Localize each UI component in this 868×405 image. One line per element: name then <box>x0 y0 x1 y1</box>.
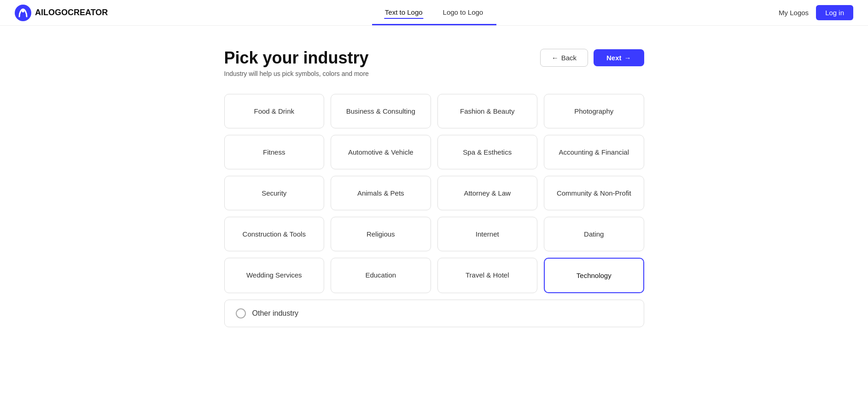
nav-logo-to-logo[interactable]: Logo to Logo <box>442 6 484 19</box>
navbar: AILOGOCREATOR Text to Logo Logo to Logo … <box>0 0 868 26</box>
industry-card-wedding-services[interactable]: Wedding Services <box>224 258 325 293</box>
nav-text-to-logo[interactable]: Text to Logo <box>384 6 424 19</box>
industry-card-spa-esthetics[interactable]: Spa & Esthetics <box>437 135 538 169</box>
other-industry-label: Other industry <box>252 309 298 318</box>
industry-card-security[interactable]: Security <box>224 176 325 210</box>
industry-card-food-drink[interactable]: Food & Drink <box>224 94 325 128</box>
industry-card-travel-hotel[interactable]: Travel & Hotel <box>437 258 538 293</box>
nav-center: Text to Logo Logo to Logo <box>384 6 484 19</box>
svg-point-1 <box>22 10 24 12</box>
industry-card-technology[interactable]: Technology <box>544 258 644 293</box>
industry-card-fashion-beauty[interactable]: Fashion & Beauty <box>437 94 538 128</box>
industry-card-accounting-financial[interactable]: Accounting & Financial <box>544 135 644 169</box>
industry-card-business-consulting[interactable]: Business & Consulting <box>331 94 431 128</box>
login-button[interactable]: Log in <box>816 5 853 20</box>
industry-card-fitness[interactable]: Fitness <box>224 135 325 169</box>
page-title-block: Pick your industry Industry will help us… <box>224 49 369 77</box>
industry-card-education[interactable]: Education <box>331 258 431 293</box>
logo-icon <box>15 5 31 21</box>
main-content: Pick your industry Industry will help us… <box>213 26 655 355</box>
progress-bar <box>372 24 496 25</box>
industry-card-photography[interactable]: Photography <box>544 94 644 128</box>
nav-buttons: ← Back Next → <box>540 49 644 67</box>
next-arrow-icon: → <box>624 54 631 62</box>
industry-card-attorney-law[interactable]: Attorney & Law <box>437 176 538 210</box>
industry-card-community-nonprofit[interactable]: Community & Non-Profit <box>544 176 644 210</box>
my-logos-link[interactable]: My Logos <box>779 9 809 17</box>
other-industry-option[interactable]: Other industry <box>224 300 644 327</box>
industry-card-construction-tools[interactable]: Construction & Tools <box>224 217 325 251</box>
brand-name: AILOGOCREATOR <box>35 8 108 17</box>
next-button[interactable]: Next → <box>594 49 644 66</box>
industry-card-animals-pets[interactable]: Animals & Pets <box>331 176 431 210</box>
industry-card-internet[interactable]: Internet <box>437 217 538 251</box>
page-header: Pick your industry Industry will help us… <box>224 49 644 77</box>
brand-logo[interactable]: AILOGOCREATOR <box>15 5 108 21</box>
industry-grid: Food & DrinkBusiness & ConsultingFashion… <box>224 94 644 293</box>
other-industry-radio <box>236 308 246 318</box>
navbar-right: My Logos Log in <box>779 5 853 20</box>
back-button[interactable]: ← Back <box>540 49 588 67</box>
industry-card-dating[interactable]: Dating <box>544 217 644 251</box>
industry-card-religious[interactable]: Religious <box>331 217 431 251</box>
svg-point-0 <box>15 5 31 21</box>
back-arrow-icon: ← <box>552 54 559 62</box>
page-title: Pick your industry <box>224 49 369 67</box>
page-subtitle: Industry will help us pick symbols, colo… <box>224 70 369 77</box>
industry-card-automotive-vehicle[interactable]: Automotive & Vehicle <box>331 135 431 169</box>
